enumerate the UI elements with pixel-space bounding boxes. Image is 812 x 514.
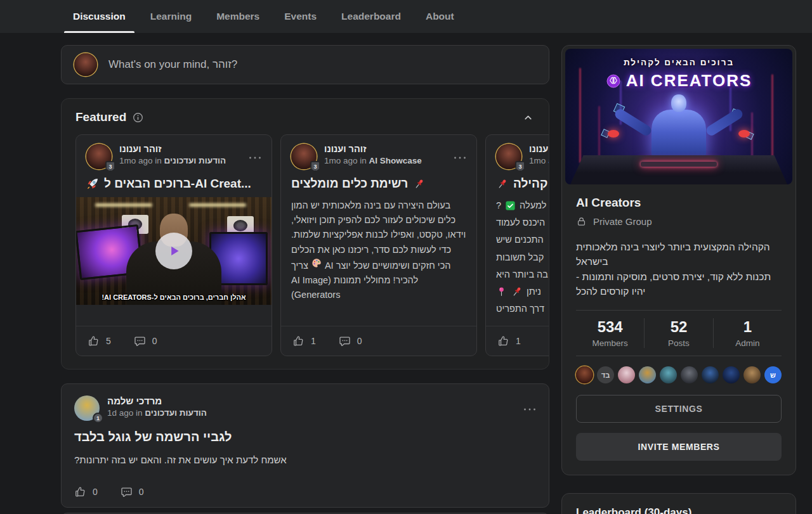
like-count: 5 <box>106 336 111 346</box>
avatar[interactable]: 3 <box>86 144 112 169</box>
thumb-light <box>189 203 246 207</box>
video-caption: אהלן חברים, ברוכים הבאים ל-AI CREATORS! <box>76 293 272 301</box>
post-body[interactable]: ?למעלההיכנס לעמודהתכנים שישקבל תשובותבה … <box>486 191 549 316</box>
post-body-line: קבל תשובות <box>496 250 549 265</box>
round-pin-emoji <box>496 286 507 297</box>
level-badge: 3 <box>310 161 320 172</box>
info-icon[interactable] <box>133 112 143 123</box>
palette-emoji <box>311 257 322 269</box>
post-body[interactable]: בעולם היצירה עם בינה מלאכותית יש המון כל… <box>281 191 476 302</box>
play-button-icon[interactable] <box>155 233 192 269</box>
featured-card-welcome[interactable]: 3 זוהר וענונו 1mo ago in הודעות ועדכונים… <box>75 134 272 356</box>
member-avatar[interactable] <box>681 366 698 383</box>
group-info-card: ברוכים הבאים לקהילת AI CREATORS AI Creat… <box>561 45 796 475</box>
like-count: 0 <box>93 487 98 497</box>
feed-post[interactable]: 1 מרדכי שלמה 1d ago in הודעות ועדכונים ל… <box>61 383 549 508</box>
post-meta: 1mo ago in AI Showcase <box>324 156 422 165</box>
settings-button[interactable]: SETTINGS <box>576 395 782 423</box>
channel-name: הודעות ועדכונים <box>145 408 207 418</box>
banner-desk <box>570 155 787 184</box>
current-user-avatar[interactable] <box>74 53 97 76</box>
level-badge: 1 <box>93 413 103 423</box>
comment-icon[interactable] <box>134 335 146 347</box>
invite-members-button[interactable]: INVITE MEMBERS <box>576 433 782 461</box>
like-count: 1 <box>516 336 521 346</box>
featured-card-tools[interactable]: 3 זוהר וענונו 1mo ago in AI Showcase רשי… <box>280 134 477 356</box>
group-description: הקהילה המקצועית ביותר ליוצרי בינה מלאכות… <box>576 240 782 299</box>
thumb-light <box>95 203 152 207</box>
banner-welcome-text: ברוכים הבאים לקהילת <box>565 58 792 67</box>
group-sidebar: ברוכים הבאים לקהילת AI CREATORS AI Creat… <box>561 33 796 514</box>
post-body-line: היכנס לעמוד <box>496 215 549 230</box>
channel-name: AI Showcase <box>369 156 422 165</box>
avatar[interactable]: 3 <box>291 144 317 169</box>
member-avatar[interactable] <box>743 366 761 383</box>
tab-about[interactable]: About <box>424 0 455 33</box>
member-avatar[interactable]: ש <box>764 366 782 383</box>
post-body-line: ?למעלה <box>496 198 549 213</box>
leaderboard-title: Leaderboard (30-days) <box>576 506 782 514</box>
stat-members[interactable]: 534 Members <box>576 318 644 348</box>
tab-events[interactable]: Events <box>283 0 318 33</box>
post-title[interactable]: קהילה <box>486 173 549 191</box>
composer-prompt[interactable]: What's on your mind, זוהר? <box>108 58 237 71</box>
comment-icon[interactable] <box>339 335 351 347</box>
post-meta: 1mo ago in הודעות ועדכונים <box>529 156 549 165</box>
top-navigation: Discussion Learning Members Events Leade… <box>0 0 812 33</box>
post-body-line: התכנים שיש <box>496 233 549 247</box>
banner-keyboard <box>641 162 717 167</box>
member-avatar[interactable] <box>660 366 677 383</box>
member-avatar[interactable] <box>576 366 593 383</box>
featured-title: Featured <box>75 110 126 124</box>
post-body-line: דרך התפריט <box>496 302 549 316</box>
like-icon[interactable] <box>88 335 100 347</box>
stat-admins[interactable]: 1 Admin <box>713 318 782 348</box>
group-name: AI Creators <box>576 196 782 210</box>
comment-icon[interactable] <box>121 486 133 498</box>
member-avatar[interactable] <box>723 366 740 383</box>
author-name[interactable]: זוהר וענונו <box>324 144 422 154</box>
video-thumbnail[interactable]: אהלן חברים, ברוכים הבאים ל-AI CREATORS! <box>76 197 272 305</box>
chevron-up-icon[interactable] <box>523 112 534 123</box>
member-avatar[interactable] <box>702 366 719 383</box>
red-pin-emoji <box>413 178 425 190</box>
more-options-icon[interactable] <box>523 395 536 421</box>
member-avatar[interactable] <box>618 366 635 383</box>
tab-discussion[interactable]: Discussion <box>72 0 127 33</box>
author-name[interactable]: מרדכי שלמה <box>107 395 207 406</box>
post-meta: 1d ago in הודעות ועדכונים <box>107 408 207 418</box>
post-title[interactable]: לגביי הרשמה של גוגל בלבד <box>74 430 536 444</box>
like-icon[interactable] <box>292 335 304 347</box>
member-avatar[interactable] <box>639 366 656 383</box>
like-count: 1 <box>311 336 316 346</box>
tab-leaderboard[interactable]: Leaderboard <box>340 0 402 33</box>
member-avatar[interactable]: בד <box>597 366 614 383</box>
group-stats: 534 Members 52 Posts 1 Admin <box>576 310 782 356</box>
member-avatars-row: בדש <box>576 366 782 383</box>
comment-count: 0 <box>152 336 157 346</box>
featured-section: Featured 3 זוהר וענונו 1mo ago in הודעות… <box>61 98 549 369</box>
channel-name: הודעות ועדכונים <box>164 156 226 165</box>
post-body-line: בה ביותר היא <box>496 267 549 282</box>
banner-group-title: AI CREATORS <box>565 71 792 91</box>
more-options-icon[interactable] <box>454 144 466 169</box>
post-title[interactable]: ברוכים הבאים ל-AI Creat... <box>76 173 272 191</box>
tab-members[interactable]: Members <box>215 0 261 33</box>
author-name[interactable]: זוהר וענונו <box>529 144 549 154</box>
level-badge: 3 <box>105 161 115 172</box>
stat-posts[interactable]: 52 Posts <box>644 318 712 348</box>
author-name[interactable]: זוהר וענונו <box>119 144 226 154</box>
like-icon[interactable] <box>497 335 509 347</box>
avatar[interactable]: 3 <box>496 144 521 169</box>
more-options-icon[interactable] <box>249 144 261 169</box>
featured-card-community-clipped[interactable]: 3 זוהר וענונו 1mo ago in הודעות ועדכונים… <box>485 134 549 356</box>
group-banner-image: ברוכים הבאים לקהילת AI CREATORS <box>565 49 792 184</box>
avatar[interactable]: 1 <box>74 395 100 421</box>
post-composer[interactable]: What's on your mind, זוהר? <box>61 45 549 84</box>
comment-count: 0 <box>139 487 144 497</box>
post-title[interactable]: רשימת כלים מומלצים <box>281 173 476 191</box>
like-icon[interactable] <box>74 486 86 498</box>
rocket-emoji <box>86 177 99 190</box>
post-body[interactable]: אשמח לדעת איך עושים את זה. והאם יש בזה י… <box>74 454 536 465</box>
tab-learning[interactable]: Learning <box>149 0 193 33</box>
